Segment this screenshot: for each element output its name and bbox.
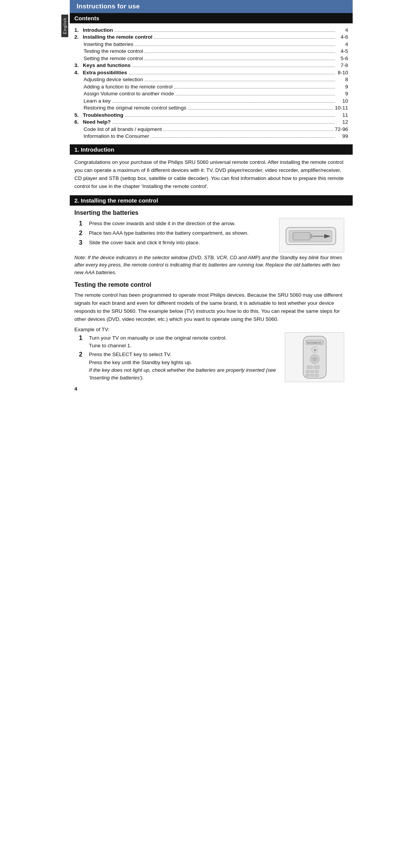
toc-page: 11 — [337, 112, 348, 118]
toc-dots — [112, 119, 335, 124]
svg-rect-15 — [310, 370, 314, 373]
toc-page: 4 — [337, 41, 348, 47]
battery-image-col — [279, 218, 348, 252]
language-bar: English — [61, 15, 68, 37]
note-text: If the device indicators in the selector… — [74, 255, 342, 275]
list-content: Slide the cover back and click it firmly… — [89, 239, 271, 247]
toc-row: Assign Volume control to another mode9 — [74, 90, 348, 97]
testing-heading-text: Testing the remote control — [74, 281, 151, 288]
toc-num: 4. — [74, 70, 83, 75]
toc-label: Keys and functions — [83, 62, 131, 68]
page-title: Instructions for use — [77, 3, 140, 10]
svg-rect-18 — [310, 374, 314, 377]
remote-image: DVD STB AMP VCR ⏻ — [285, 332, 344, 382]
toc-dots — [112, 97, 335, 103]
svg-rect-2 — [293, 232, 310, 240]
testing-two-col: 1Turn your TV on manually or use the ori… — [70, 332, 353, 384]
toc-page: 99 — [337, 133, 348, 139]
contents-heading: Contents — [70, 13, 353, 23]
battery-svg — [282, 220, 342, 250]
list-content: Press the cover inwards and slide it in … — [89, 220, 271, 227]
toc-row: Restoring the original remote control se… — [74, 105, 348, 111]
toc-row: Information to the Consumer99 — [74, 133, 348, 139]
toc-sub-label: Learn a key — [74, 98, 111, 104]
batteries-steps-col: 1Press the cover inwards and slide it in… — [74, 218, 275, 249]
list-sub-text: Tune to channel 1. — [89, 342, 276, 350]
svg-text:⏻: ⏻ — [314, 349, 316, 351]
toc-dots — [115, 26, 335, 32]
list-num: 3 — [79, 238, 89, 247]
svg-rect-3 — [310, 234, 312, 239]
toc-dots — [174, 83, 335, 88]
page-header: Instructions for use — [70, 0, 353, 13]
intro-body-text: Congratulations on your purchase of the … — [74, 159, 343, 189]
toc-dots — [151, 133, 335, 138]
toc-page: 4-6 — [337, 34, 348, 40]
note-label: Note: — [74, 255, 86, 260]
toc-row: 4.Extra possibilities8-10 — [74, 69, 348, 75]
toc-page: 9 — [337, 84, 348, 90]
toc-sub-label: Adding a function to the remote control — [74, 84, 172, 90]
toc-label: Installing the remote control — [83, 34, 153, 40]
list-item: 1Press the cover inwards and slide it in… — [79, 220, 271, 228]
batteries-two-col: 1Press the cover inwards and slide it in… — [70, 218, 353, 252]
example-label: Example of TV: — [70, 325, 353, 332]
toc-label: Need help? — [83, 119, 111, 125]
list-num: 1 — [79, 333, 89, 343]
testing-body: The remote control has been programmed t… — [70, 290, 353, 325]
toc-row: Inserting the batteries4 — [74, 41, 348, 47]
page-wrapper: English Instructions for use Contents 1.… — [61, 0, 353, 394]
list-num: 2 — [79, 350, 89, 359]
toc-row: Adjusting device selection8 — [74, 76, 348, 83]
toc-page: 4-5 — [337, 48, 348, 54]
batteries-steps-list: 1Press the cover inwards and slide it in… — [74, 218, 275, 249]
toc-sub-label: Inserting the batteries — [74, 41, 133, 47]
svg-rect-12 — [307, 366, 312, 369]
toc-label: Extra possibilities — [83, 70, 127, 75]
toc-row: 6.Need help?12 — [74, 119, 348, 125]
language-label: English — [62, 18, 67, 34]
toc-dots — [145, 55, 335, 60]
toc-row: 5.Troubleshooting11 — [74, 111, 348, 118]
toc-row: 3.Keys and functions7-8 — [74, 62, 348, 69]
list-num: 2 — [79, 229, 89, 238]
toc-dots — [129, 69, 335, 74]
toc-label: Troubleshooting — [83, 112, 123, 118]
install-section-header: 2. Installing the remote control — [70, 195, 353, 206]
remote-image-col: DVD STB AMP VCR ⏻ — [285, 332, 348, 382]
remote-svg: DVD STB AMP VCR ⏻ — [288, 334, 342, 380]
toc-num: 2. — [74, 34, 83, 40]
toc-page: 4 — [337, 27, 348, 33]
list-item: 1Turn your TV on manually or use the ori… — [79, 334, 276, 350]
toc-label: Introduction — [83, 27, 113, 33]
testing-steps-col: 1Turn your TV on manually or use the ori… — [74, 332, 281, 384]
list-main-text: Press the SELECT key to select TV. — [89, 351, 276, 358]
list-main-text: Turn your TV on manually or use the orig… — [89, 334, 276, 342]
contents-heading-text: Contents — [74, 15, 99, 21]
install-heading-text: 2. Installing the remote control — [74, 197, 158, 204]
toc-sub-label: Setting the remote control — [74, 56, 143, 61]
contents-table: 1.Introduction42.Installing the remote c… — [70, 23, 353, 141]
svg-text:DVD STB AMP VCR: DVD STB AMP VCR — [307, 342, 321, 344]
toc-dots — [163, 126, 333, 131]
toc-dots — [188, 105, 334, 110]
toc-row: Code list of all brands / equipment72-96 — [74, 126, 348, 132]
toc-page: 9 — [337, 91, 348, 96]
inserting-batteries-heading-text: Inserting the batteries — [74, 209, 138, 216]
example-label-text: Example of TV: — [74, 327, 110, 332]
toc-num: 5. — [74, 112, 83, 118]
svg-rect-16 — [315, 370, 319, 373]
toc-row: 1.Introduction4 — [74, 26, 348, 33]
toc-page: 5-6 — [337, 56, 348, 61]
svg-rect-17 — [306, 374, 309, 377]
page-number-text: 4 — [74, 386, 77, 392]
battery-note: Note: If the device indicators in the se… — [70, 252, 353, 278]
toc-dots — [135, 41, 335, 46]
list-italic-text: If the key does not light up, check whet… — [89, 366, 276, 382]
toc-row: 2.Installing the remote control4-6 — [74, 34, 348, 40]
toc-page: 10 — [337, 98, 348, 104]
svg-rect-19 — [315, 374, 319, 377]
toc-row: Learn a key10 — [74, 97, 348, 104]
toc-page: 10-11 — [335, 105, 348, 111]
toc-page: 7-8 — [337, 62, 348, 68]
